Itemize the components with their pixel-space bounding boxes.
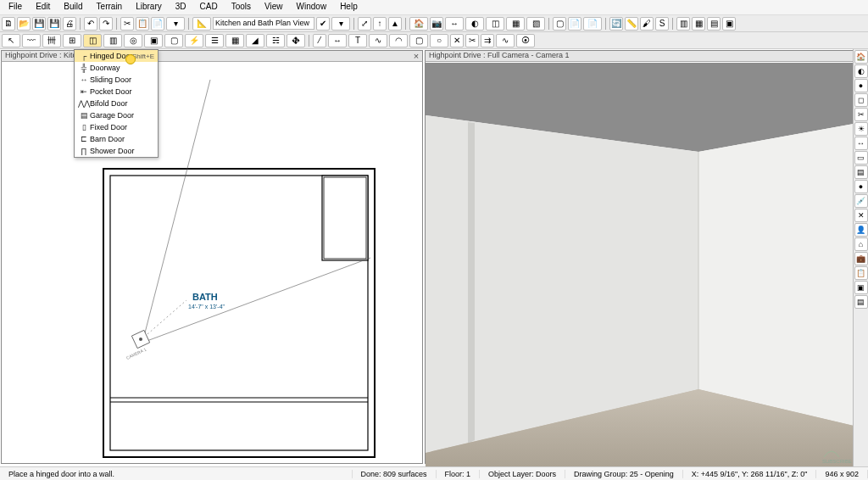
cabinet-tool[interactable]: ▥ — [103, 34, 122, 47]
region-dropdown[interactable]: ▦ — [506, 17, 525, 31]
undo-button[interactable]: ↶ — [84, 17, 97, 31]
layout-4-button[interactable]: ▣ — [722, 17, 736, 31]
dim-3d-icon[interactable]: ↔ — [854, 137, 868, 150]
paste-button[interactable]: 📄 — [151, 17, 164, 31]
save-all-button[interactable]: 💾 — [47, 17, 61, 31]
arrow-dropdown[interactable]: ▾ — [331, 17, 350, 31]
spline-tool[interactable]: ∿ — [496, 34, 515, 47]
ruler-icon[interactable]: 📏 — [625, 17, 638, 31]
layout-2-button[interactable]: ▦ — [692, 17, 705, 31]
zoom-extents-button[interactable]: ⤢ — [358, 17, 371, 31]
circle-tool[interactable]: ○ — [430, 34, 448, 47]
trim-tool[interactable]: ✂ — [465, 34, 479, 47]
rail-tool[interactable]: 卌 — [42, 34, 61, 47]
box-icon[interactable]: ▢ — [553, 17, 566, 31]
new-file-button[interactable]: 🗎 — [2, 17, 15, 31]
fixture-tool[interactable]: ◎ — [124, 34, 142, 47]
stack-icon[interactable]: ▤ — [854, 295, 868, 309]
dropdown-item-shower[interactable]: ∏ Shower Door — [75, 145, 158, 157]
menu-window[interactable]: Window — [290, 0, 334, 14]
structure-tool[interactable]: ☰ — [205, 34, 224, 47]
menu-3d[interactable]: 3D — [169, 0, 193, 14]
menu-view[interactable]: View — [258, 0, 290, 14]
open-file-button[interactable]: 📂 — [17, 17, 31, 31]
sun-icon[interactable]: ☀ — [854, 122, 868, 136]
layout-3-button[interactable]: ▤ — [707, 17, 721, 31]
offset-tool[interactable]: ⇉ — [481, 34, 494, 47]
cross-section-icon[interactable]: ◻ — [854, 93, 868, 107]
dropdown-item-sliding[interactable]: ↔ Sliding Door — [75, 74, 158, 86]
select-tool[interactable]: ↖ — [2, 34, 20, 47]
redo-button[interactable]: ↷ — [99, 17, 113, 31]
electric-tool[interactable]: ⚡ — [185, 34, 203, 47]
window-tool[interactable]: ⊞ — [63, 34, 81, 47]
up-triangle-icon[interactable]: ▲ — [388, 17, 402, 31]
appliance-tool[interactable]: ▣ — [144, 34, 163, 47]
layout-1-button[interactable]: ▥ — [676, 17, 690, 31]
render-full-icon[interactable]: 🏠 — [854, 50, 868, 64]
house-dropdown[interactable]: 🏠 — [409, 17, 428, 31]
note-icon[interactable]: S — [655, 17, 669, 31]
dropdown-item-garage[interactable]: ▤ Garage Door — [75, 109, 158, 121]
arc-tool[interactable]: ◠ — [389, 34, 408, 47]
brush-icon[interactable]: 🖌 — [640, 17, 654, 31]
dropdown-item-pocket[interactable]: ⇤ Pocket Door — [75, 86, 158, 98]
box-tool[interactable]: ▢ — [409, 34, 428, 47]
record-icon[interactable]: ● — [854, 180, 868, 193]
fit-icon[interactable]: ▭ — [854, 151, 868, 165]
suitcase-icon[interactable]: 💼 — [854, 252, 868, 265]
clipboard-icon[interactable]: 📋 — [854, 266, 868, 280]
break-tool[interactable]: ✕ — [450, 34, 464, 47]
menu-cad[interactable]: CAD — [193, 0, 225, 14]
line-tool[interactable]: ∕ — [313, 34, 326, 47]
check-button[interactable]: ✔ — [316, 17, 330, 31]
select-dropdown[interactable]: ◫ — [486, 17, 504, 31]
dropdown-item-barn[interactable]: ⊏ Barn Door — [75, 133, 158, 145]
page-dropdown[interactable]: 📄 — [583, 17, 602, 31]
render-glass-icon[interactable]: ● — [854, 79, 868, 92]
dropdown-item-doorway[interactable]: ╬ Doorway — [75, 62, 158, 74]
window-icon[interactable]: ▣ — [854, 281, 868, 294]
syringe-icon[interactable]: 💉 — [854, 194, 868, 208]
dim-dropdown[interactable]: ↔ — [445, 17, 464, 31]
furniture-tool[interactable]: ▢ — [164, 34, 183, 47]
text-tool[interactable]: T — [348, 34, 367, 47]
menu-tools[interactable]: Tools — [225, 0, 258, 14]
wall-tool[interactable]: 〰 — [22, 34, 41, 47]
camera-icon[interactable]: 📷 — [430, 17, 443, 31]
delete-icon[interactable]: ✕ — [854, 209, 868, 222]
copy-button[interactable]: 📋 — [136, 17, 149, 31]
paste-dropdown[interactable]: ▾ — [166, 17, 185, 31]
person-icon[interactable]: 👤 — [854, 223, 868, 237]
rotate-icon[interactable]: 🔄 — [609, 17, 623, 31]
polyline-tool[interactable]: ∿ — [369, 34, 387, 47]
menu-library[interactable]: Library — [129, 0, 169, 14]
menu-build[interactable]: Build — [57, 0, 89, 14]
roof-tool[interactable]: ◢ — [246, 34, 264, 47]
camera-view-panel[interactable]: Highpoint Drive : Full Camera - Camera 1… — [425, 50, 867, 464]
door-tool[interactable]: ◫ — [83, 34, 102, 47]
save-button[interactable]: 💾 — [32, 17, 46, 31]
page-icon[interactable]: 📄 — [568, 17, 581, 31]
panel-close-icon[interactable]: × — [411, 51, 421, 61]
dropdown-item-bifold[interactable]: ⋀⋀ Bifold Door — [75, 98, 158, 109]
plan-view-panel[interactable]: Highpoint Drive : Kitchen and × BATH 14'… — [1, 50, 423, 464]
menu-edit[interactable]: Edit — [29, 0, 57, 14]
framing-tool[interactable]: ▦ — [225, 34, 244, 47]
menu-file[interactable]: File — [2, 0, 29, 14]
plan-button[interactable]: 📐 — [192, 17, 211, 31]
render-clay-icon[interactable]: ◐ — [854, 64, 868, 78]
north-tool[interactable]: ⦿ — [516, 34, 535, 47]
dropdown-item-hinged-door[interactable]: ┌ Hinged Door Shift+E — [75, 50, 158, 62]
print-button[interactable]: 🖨 — [63, 17, 76, 31]
stair-tool[interactable]: ☵ — [266, 34, 285, 47]
dropdown-item-fixed[interactable]: ▯ Fixed Door — [75, 121, 158, 133]
menu-terrain[interactable]: Terrain — [90, 0, 130, 14]
up-arrow-icon[interactable]: ↑ — [373, 17, 387, 31]
plan-view-select[interactable]: Kitchen and Bath Plan View — [213, 17, 314, 30]
home-icon[interactable]: ⌂ — [854, 237, 868, 251]
dim-tool[interactable]: ↔ — [328, 34, 347, 47]
menu-help[interactable]: Help — [333, 0, 364, 14]
road-tool[interactable]: ⛖ — [287, 34, 305, 47]
hatch-dropdown[interactable]: ▧ — [526, 17, 545, 31]
